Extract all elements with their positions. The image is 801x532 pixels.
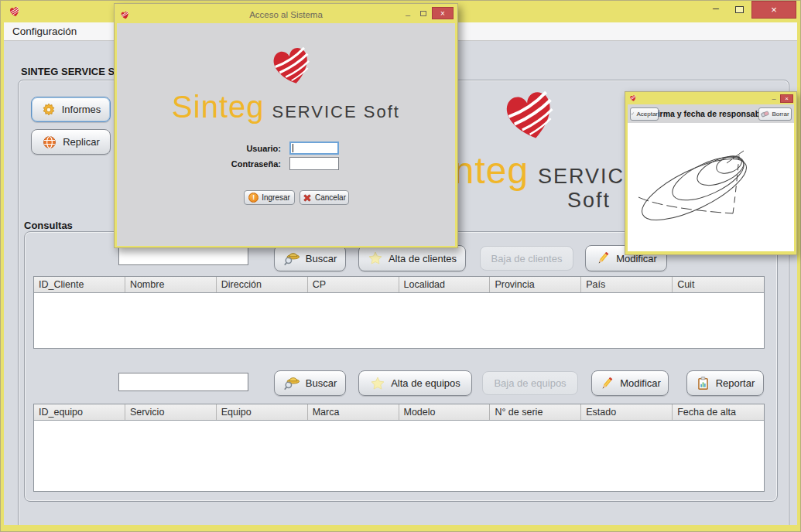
equipos-table-header: ID_equipo Servicio Equipo Marca Modelo N… <box>34 404 764 421</box>
equipos-reportar-button[interactable]: Reportar <box>686 370 764 396</box>
sinteg-heart-logo <box>263 42 320 90</box>
column-header[interactable]: Provincia <box>490 277 581 292</box>
search-hat-icon <box>283 375 300 391</box>
signature-toolbar: Firma y fecha de responsable. Aceptar Bo… <box>628 104 794 123</box>
star-icon <box>368 251 383 266</box>
close-button[interactable]: × <box>751 1 796 19</box>
equipos-alta-button[interactable]: Alta de equipos <box>358 370 472 396</box>
clients-buscar-label: Buscar <box>306 253 337 264</box>
column-header[interactable]: Dirección <box>217 277 308 292</box>
column-header[interactable]: N° de serie <box>490 404 581 420</box>
clients-alta-label: Alta de clientes <box>389 253 457 264</box>
equipos-buscar-button[interactable]: Buscar <box>274 370 346 396</box>
pencil-icon <box>599 376 614 391</box>
login-dialog-titlebar[interactable]: Acceso al Sistema – × <box>117 6 455 23</box>
equipos-modificar-label: Modificar <box>620 377 661 389</box>
replicar-label: Replicar <box>63 136 100 148</box>
dialog-logo: Sinteg SERVICE Soft <box>117 90 455 124</box>
column-header[interactable]: CP <box>308 277 399 292</box>
column-header[interactable]: Nombre <box>125 277 217 292</box>
text-caret <box>293 144 293 152</box>
usuario-label: Usuario: <box>211 144 281 153</box>
ingresar-label: Ingresar <box>262 193 290 202</box>
screen: – × Configuración SINTEG SERVICE Soft In… <box>0 0 801 532</box>
equipos-reportar-label: Reportar <box>716 377 755 389</box>
check-icon <box>631 111 634 117</box>
column-header[interactable]: ID_Cliente <box>34 277 125 292</box>
minimize-button[interactable]: – <box>769 94 779 103</box>
login-dialog: Acceso al Sistema – × Sinteg SERVICE Sof <box>114 3 458 248</box>
equipos-buscar-label: Buscar <box>306 377 337 389</box>
clients-baja-label: Baja de clientes <box>491 253 563 264</box>
consultas-title: Consultas <box>24 220 73 231</box>
informes-button[interactable]: Informes <box>31 97 111 122</box>
signature-scribble <box>628 123 794 251</box>
equipos-baja-button: Baja de equipos <box>482 371 578 395</box>
contrasena-input[interactable] <box>289 157 339 170</box>
column-header[interactable]: País <box>581 277 673 292</box>
aceptar-label: Aceptar <box>636 111 658 118</box>
login-circle-icon: ! <box>248 193 258 203</box>
report-clipboard-icon <box>696 376 710 391</box>
clients-buscar-button[interactable]: Buscar <box>274 245 346 271</box>
borrar-label: Borrar <box>772 111 789 118</box>
clients-table-header: ID_Cliente Nombre Dirección CP Localidad… <box>34 277 764 293</box>
signature-canvas[interactable] <box>628 123 794 251</box>
minimize-button[interactable]: – <box>401 8 415 19</box>
minimize-button[interactable]: – <box>706 1 726 19</box>
signature-window: – × Firma y fecha de responsable. Acepta… <box>625 91 797 255</box>
cancelar-button[interactable]: Cancelar <box>300 190 349 205</box>
group-title: SINTEG SERVICE Soft <box>21 66 128 77</box>
column-header[interactable]: Localidad <box>399 277 491 292</box>
replicar-button[interactable]: Replicar <box>31 129 111 155</box>
maximize-button[interactable] <box>729 1 749 19</box>
search-hat-icon <box>283 251 300 267</box>
column-header[interactable]: Modelo <box>399 404 491 420</box>
informes-label: Informes <box>62 104 101 115</box>
column-header[interactable]: ID_equipo <box>34 404 125 420</box>
equipos-baja-label: Baja de equipos <box>494 377 566 389</box>
column-header[interactable]: Servicio <box>125 404 217 420</box>
ingresar-button[interactable]: ! Ingresar <box>244 190 295 205</box>
menu-configuracion[interactable]: Configuración <box>4 23 85 39</box>
cancel-x-icon <box>303 193 312 203</box>
column-header[interactable]: Marca <box>308 404 399 420</box>
aceptar-button[interactable]: Aceptar <box>630 107 659 121</box>
equipos-alta-label: Alta de equipos <box>391 377 460 389</box>
star-icon <box>370 376 385 391</box>
equipos-table[interactable]: ID_equipo Servicio Equipo Marca Modelo N… <box>33 404 765 492</box>
column-header[interactable]: Cuit <box>673 277 764 292</box>
maximize-icon <box>735 6 744 13</box>
clients-baja-button: Baja de clientes <box>480 246 573 271</box>
sinteg-heart-logo <box>498 84 562 146</box>
logo-product-text: SERVICE Soft <box>272 102 399 122</box>
usuario-input[interactable] <box>289 142 339 155</box>
maximize-button[interactable] <box>416 8 430 19</box>
login-dialog-content: Sinteg SERVICE Soft Usuario: Contraseña:… <box>117 23 455 246</box>
clients-search-input[interactable] <box>118 247 248 265</box>
pencil-icon <box>595 251 611 266</box>
equipos-modificar-button[interactable]: Modificar <box>591 370 669 396</box>
close-button[interactable]: × <box>432 7 454 19</box>
equipos-search-input[interactable] <box>118 373 248 391</box>
cancelar-label: Cancelar <box>315 193 346 202</box>
sinteg-heart-icon <box>9 5 21 18</box>
contrasena-label: Contraseña: <box>211 159 281 169</box>
clients-alta-button[interactable]: Alta de clientes <box>358 245 466 271</box>
column-header[interactable]: Estado <box>581 404 673 420</box>
borrar-button[interactable]: Borrar <box>758 107 792 121</box>
sinteg-heart-icon <box>120 10 130 20</box>
signature-titlebar[interactable]: – × <box>628 94 794 104</box>
eraser-icon <box>761 111 769 118</box>
maximize-icon <box>420 11 426 16</box>
logo-brand-text: Sinteg <box>172 90 264 124</box>
column-header[interactable]: Fecha de alta <box>673 404 764 420</box>
gear-icon <box>41 102 56 118</box>
column-header[interactable]: Equipo <box>217 404 308 420</box>
clients-table[interactable]: ID_Cliente Nombre Dirección CP Localidad… <box>33 276 765 349</box>
globe-icon <box>42 135 57 150</box>
sinteg-heart-icon <box>629 94 637 102</box>
close-button[interactable]: × <box>780 94 793 103</box>
